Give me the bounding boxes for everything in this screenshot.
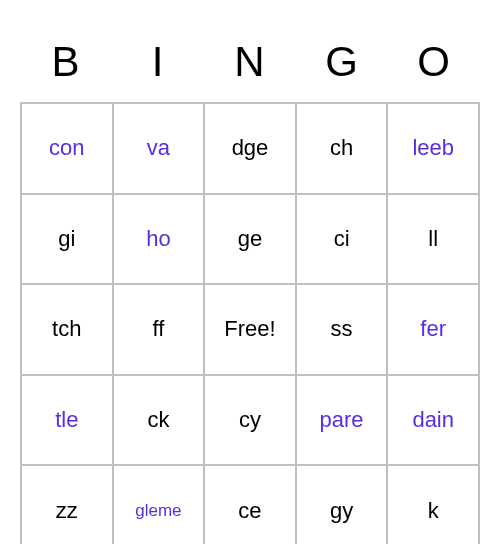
bingo-cell[interactable]: Free! <box>204 284 296 375</box>
bingo-cell[interactable]: k <box>387 465 479 544</box>
bingo-cell[interactable]: dge <box>204 103 296 194</box>
bingo-cell[interactable]: cy <box>204 375 296 466</box>
header-n: N <box>204 20 296 102</box>
bingo-cell[interactable]: leeb <box>387 103 479 194</box>
bingo-cell[interactable]: gleme <box>113 465 205 544</box>
bingo-cell[interactable]: ff <box>113 284 205 375</box>
bingo-cell[interactable]: ch <box>296 103 388 194</box>
header-b: B <box>20 20 112 102</box>
bingo-cell[interactable]: zz <box>21 465 113 544</box>
bingo-cell[interactable]: ci <box>296 194 388 285</box>
header-g: G <box>296 20 388 102</box>
bingo-cell[interactable]: tch <box>21 284 113 375</box>
bingo-cell[interactable]: pare <box>296 375 388 466</box>
bingo-cell[interactable]: tle <box>21 375 113 466</box>
bingo-cell[interactable]: ss <box>296 284 388 375</box>
bingo-cell[interactable]: gy <box>296 465 388 544</box>
header-o: O <box>388 20 480 102</box>
bingo-cell[interactable]: con <box>21 103 113 194</box>
bingo-cell[interactable]: ck <box>113 375 205 466</box>
bingo-headers: B I N G O <box>20 20 480 102</box>
bingo-card: B I N G O convadgechleebgihogecilltchffF… <box>20 20 480 544</box>
bingo-cell[interactable]: dain <box>387 375 479 466</box>
bingo-cell[interactable]: ge <box>204 194 296 285</box>
bingo-cell[interactable]: ce <box>204 465 296 544</box>
bingo-cell[interactable]: ll <box>387 194 479 285</box>
bingo-grid: convadgechleebgihogecilltchffFree!ssfert… <box>20 102 480 544</box>
header-i: I <box>112 20 204 102</box>
bingo-cell[interactable]: va <box>113 103 205 194</box>
bingo-cell[interactable]: ho <box>113 194 205 285</box>
bingo-cell[interactable]: fer <box>387 284 479 375</box>
bingo-cell[interactable]: gi <box>21 194 113 285</box>
